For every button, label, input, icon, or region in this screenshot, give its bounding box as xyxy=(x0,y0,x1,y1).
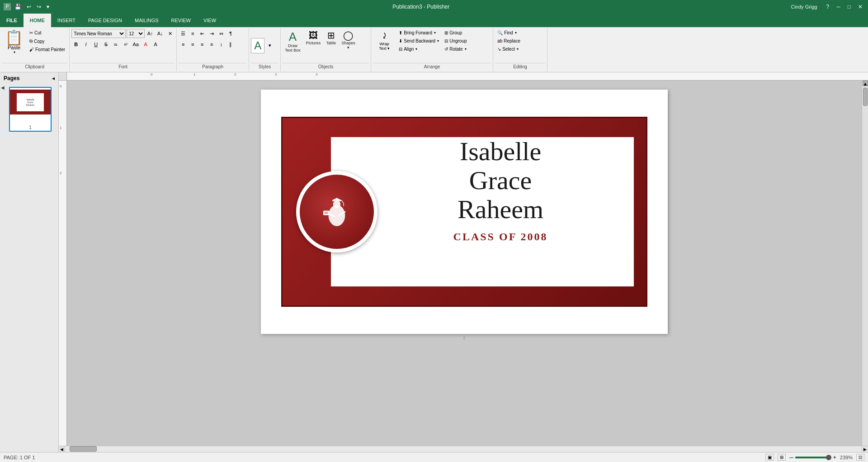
horizontal-scrollbar-thumb[interactable] xyxy=(70,446,97,452)
find-button[interactable]: 🔍 Find ▾ xyxy=(495,29,519,37)
align-left-button[interactable]: ≡ xyxy=(179,40,188,49)
ruler-row: 0 1 2 3 4 xyxy=(59,72,868,81)
scrollbar-thumb[interactable] xyxy=(863,88,868,106)
tab-view[interactable]: VIEW xyxy=(197,14,222,27)
scrollbar-up-button[interactable]: ▲ xyxy=(863,81,868,86)
font-shrink-button[interactable]: A↓ xyxy=(156,29,165,38)
wrap-text-button[interactable]: ⤸ WrapText ▾ xyxy=(373,29,396,53)
justify-button[interactable]: ≡ xyxy=(207,40,216,49)
view-single-page-button[interactable]: ▣ xyxy=(765,454,774,461)
copy-button[interactable]: ⧉ Copy xyxy=(27,37,67,45)
align-center-button[interactable]: ≡ xyxy=(188,40,197,49)
draw-text-box-button[interactable]: A DrawText Box xyxy=(283,29,303,54)
paragraph-group: ☰ ≡ ⇤ ⇥ ⇔ ¶ ≡ ≡ ≡ ≡ ↕ ∥ Paragraph xyxy=(177,28,249,71)
numbering-button[interactable]: ≡ xyxy=(188,29,197,38)
superscript-button[interactable]: x² xyxy=(121,40,130,49)
maximize-button[interactable]: □ xyxy=(846,3,853,11)
paste-button[interactable]: 📋 Paste ▾ xyxy=(2,29,26,56)
sidebar-collapse-button[interactable]: ◂ xyxy=(52,75,55,81)
font-grow-button[interactable]: A↑ xyxy=(146,29,155,38)
scrollbar-right-button[interactable]: ▶ xyxy=(862,446,868,452)
styles-icon[interactable]: A xyxy=(251,38,264,53)
tab-home[interactable]: HOME xyxy=(24,14,51,27)
select-button[interactable]: ↘ Select ▾ xyxy=(495,45,521,53)
publication-page: Isabelle Grace Raheem CLASS OF 2008 xyxy=(261,90,668,334)
save-button[interactable]: 💾 xyxy=(13,3,23,11)
format-painter-button[interactable]: 🖌 Format Painter xyxy=(27,46,67,53)
pages-panel: Pages ◂ ◀ IsabelleGraceRaheem 1 xyxy=(0,72,59,452)
cut-label: Cut xyxy=(34,30,42,35)
italic-button[interactable]: I xyxy=(81,40,90,49)
cut-button[interactable]: ✂ Cut xyxy=(27,29,67,37)
close-button[interactable]: ✕ xyxy=(856,3,864,11)
ruler-label-1: 1 xyxy=(193,72,195,76)
copy-icon: ⧉ xyxy=(29,38,33,44)
font-name-select[interactable]: Times New Roman xyxy=(71,29,126,38)
mirror-indent-button[interactable]: ⇔ xyxy=(217,29,226,38)
bold-button[interactable]: B xyxy=(71,40,80,49)
underline-button[interactable]: U xyxy=(91,40,100,49)
svg-rect-2 xyxy=(332,200,341,201)
page-1-thumbnail[interactable]: IsabelleGraceRaheem 1 xyxy=(9,87,52,132)
send-backward-button[interactable]: ⬇ Send Backward ▾ xyxy=(396,37,441,45)
undo-button[interactable]: ↩ xyxy=(25,3,33,11)
column-button[interactable]: ∥ xyxy=(226,40,235,49)
tab-pagedesign[interactable]: PAGE DESIGN xyxy=(82,14,128,27)
clear-formatting-button[interactable]: ✕ xyxy=(165,29,175,38)
zoom-slider[interactable]: ─ + xyxy=(789,454,836,461)
pictures-button[interactable]: 🖼 Pictures xyxy=(304,29,323,47)
rotate-dropdown-icon: ▾ xyxy=(465,47,467,51)
replace-icon: ab xyxy=(497,38,502,43)
change-case-button[interactable]: Aa xyxy=(131,40,140,49)
highlight-button[interactable]: A xyxy=(151,40,160,49)
fit-page-button[interactable]: ⊡ xyxy=(856,454,864,461)
show-hide-button[interactable]: ¶ xyxy=(226,29,235,38)
group-button[interactable]: ⊞ Group xyxy=(442,29,469,37)
view-two-page-button[interactable]: ⊞ xyxy=(778,454,786,461)
tab-review[interactable]: REVIEW xyxy=(165,14,197,27)
ruler-label-below: 2 xyxy=(76,336,853,340)
font-size-select[interactable]: 12 xyxy=(127,29,145,38)
paste-dropdown-icon: ▾ xyxy=(14,50,15,54)
editing-label: Editing xyxy=(495,63,545,70)
page-indicator-triangle: ◀ xyxy=(1,85,5,90)
bullets-button[interactable]: ☰ xyxy=(179,29,188,38)
decrease-indent-button[interactable]: ⇤ xyxy=(198,29,207,38)
user-name: Cindy Grigg xyxy=(791,4,817,10)
window-title: Publication3 - Publisher xyxy=(51,4,791,10)
zoom-out-button[interactable]: ─ xyxy=(789,454,793,461)
tab-file[interactable]: FILE xyxy=(0,14,24,27)
font-color-button[interactable]: A xyxy=(141,40,150,49)
customize-button[interactable]: ▾ xyxy=(45,3,51,11)
scrollbar-left-button[interactable]: ◀ xyxy=(59,446,65,452)
canvas-scroll[interactable]: Isabelle Grace Raheem CLASS OF 2008 xyxy=(67,81,862,446)
line-spacing-button[interactable]: ↕ xyxy=(217,40,226,49)
paste-icon: 📋 xyxy=(5,30,23,45)
redo-button[interactable]: ↪ xyxy=(35,3,43,11)
table-button[interactable]: ⊞ Table xyxy=(324,29,338,47)
zoom-thumb[interactable] xyxy=(826,455,831,460)
align-right-button[interactable]: ≡ xyxy=(198,40,207,49)
help-button[interactable]: ? xyxy=(825,3,831,11)
ungroup-button[interactable]: ⊟ Ungroup xyxy=(442,37,469,45)
subscript-button[interactable]: x₂ xyxy=(111,40,120,49)
strikethrough-button[interactable]: S̶ xyxy=(101,40,110,49)
tab-insert[interactable]: INSERT xyxy=(51,14,82,27)
styles-dropdown-button[interactable]: ▾ xyxy=(265,41,274,50)
rotate-icon: ↺ xyxy=(444,47,448,52)
shapes-button[interactable]: ◯ Shapes▾ xyxy=(339,29,358,52)
replace-button[interactable]: ab Replace xyxy=(495,37,523,45)
horizontal-scrollbar-track[interactable] xyxy=(65,446,862,452)
align-button[interactable]: ⊟ Align ▾ xyxy=(396,45,441,53)
rotate-button[interactable]: ↺ Rotate ▾ xyxy=(442,45,469,53)
bring-forward-button[interactable]: ⬆ Bring Forward ▾ xyxy=(396,29,441,37)
styles-group: A ▾ Styles xyxy=(249,28,281,71)
increase-indent-button[interactable]: ⇥ xyxy=(207,29,216,38)
zoom-track[interactable] xyxy=(795,457,831,458)
font-label: Font xyxy=(71,63,175,70)
tab-mailings[interactable]: MAILINGS xyxy=(128,14,165,27)
quick-access-toolbar: P 💾 ↩ ↪ ▾ xyxy=(4,3,51,11)
vertical-scrollbar[interactable]: ▲ xyxy=(862,81,868,446)
minimize-button[interactable]: ─ xyxy=(835,3,842,11)
zoom-in-button[interactable]: + xyxy=(833,454,836,461)
